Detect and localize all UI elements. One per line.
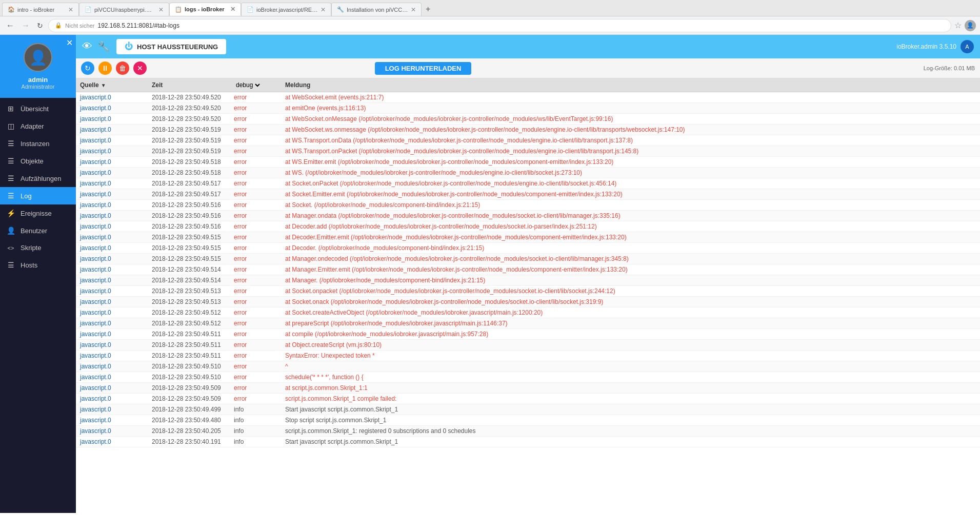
cell-time: 2018-12-28 23:50:49.516: [148, 211, 230, 221]
sort-source-icon[interactable]: ▼: [101, 83, 106, 88]
log-icon: ☰: [6, 192, 15, 200]
bookmark-icon[interactable]: ☆: [954, 20, 962, 30]
tab-close-icon[interactable]: ✕: [68, 6, 73, 13]
log-toolbar: ↻ ⏸ 🗑 ✕ LOG HERUNTERLADEN Log-Größe: 0.0…: [76, 58, 980, 78]
tab-readme[interactable]: 📄 ioBroker.javascript/README.md... ✕: [241, 3, 331, 16]
user-avatar-icon[interactable]: 👤: [965, 20, 976, 31]
cell-time: 2018-12-28 23:50:49.480: [148, 415, 230, 425]
table-row: javascript.0 2018-12-28 23:50:49.512 err…: [76, 318, 980, 329]
cell-message: at Object.createScript (vm.js:80:10): [281, 340, 980, 350]
reload-button[interactable]: ↻: [35, 20, 45, 31]
cell-level: error: [230, 211, 281, 221]
tab-install[interactable]: 🔧 Installation von piVCCU fehlges... ✕: [331, 3, 422, 16]
sidebar-item-label: Übersicht: [21, 105, 49, 113]
table-row: javascript.0 2018-12-28 23:50:49.517 err…: [76, 178, 980, 189]
top-bar-left: 👁 🔧 ⏻ HOST HAUSSTEUERUNG: [82, 39, 226, 54]
cell-message: at script.js.common.Skript_1:1: [281, 383, 980, 393]
table-row: javascript.0 2018-12-28 23:50:49.516 err…: [76, 211, 980, 221]
sidebar-item-ereignisse[interactable]: ⚡ Ereignisse: [0, 204, 76, 222]
sidebar-close-button[interactable]: ✕: [66, 38, 73, 48]
sidebar-item-skripte[interactable]: <> Skripte: [0, 239, 76, 256]
clear-button[interactable]: 🗑: [116, 61, 129, 75]
pause-button[interactable]: ⏸: [98, 61, 112, 75]
tab-intro[interactable]: 🏠 intro - ioBroker ✕: [2, 3, 79, 16]
cell-level: error: [230, 286, 281, 296]
sidebar-item-label: Ereignisse: [21, 210, 52, 217]
cell-level: error: [230, 125, 281, 135]
sidebar-item-benutzer[interactable]: 👤 Benutzer: [0, 222, 76, 239]
cell-message: schedule('* * * *', function () {: [281, 372, 980, 382]
sidebar-item-adapter[interactable]: ◫ Adapter: [0, 117, 76, 135]
col-source: Quelle ▼: [76, 78, 148, 92]
address-bar: ← → ↻ 🔒 Nicht sicher 192.168.5.211:8081/…: [0, 16, 980, 35]
adapter-icon: ◫: [6, 122, 15, 130]
log-size-label: Log-Größe: 0.01 MB: [924, 65, 975, 71]
cell-source: javascript.0: [76, 275, 148, 285]
cell-time: 2018-12-28 23:50:49.516: [148, 221, 230, 232]
cell-level: error: [230, 307, 281, 318]
tab-logs[interactable]: 📋 logs - ioBroker ✕: [169, 3, 241, 16]
sidebar-item-log[interactable]: ☰ Log: [0, 187, 76, 204]
cell-message: at WebSocket.emit (events.js:211:7): [281, 92, 980, 102]
tab-close-icon-5[interactable]: ✕: [411, 6, 416, 13]
delete-button[interactable]: ✕: [133, 61, 147, 75]
cell-message: at Manager. (/opt/iobroker/node_modules/…: [281, 275, 980, 285]
table-row: javascript.0 2018-12-28 23:50:49.518 err…: [76, 168, 980, 178]
tab-favicon-2: 📄: [85, 6, 92, 13]
address-input[interactable]: 🔒 Nicht sicher 192.168.5.211:8081/#tab-l…: [48, 19, 951, 32]
table-row: javascript.0 2018-12-28 23:50:49.510 err…: [76, 372, 980, 383]
top-bar: 👁 🔧 ⏻ HOST HAUSSTEUERUNG ioBroker.admin …: [76, 35, 980, 58]
refresh-button[interactable]: ↻: [81, 61, 94, 75]
level-select[interactable]: debug info warn error: [234, 81, 262, 89]
new-tab-button[interactable]: +: [422, 3, 434, 16]
sidebar-item-label: Adapter: [21, 122, 44, 130]
users-icon: 👤: [6, 226, 15, 235]
wrench-icon[interactable]: 🔧: [97, 40, 110, 53]
tab-close-icon-4[interactable]: ✕: [321, 6, 326, 13]
cell-level: error: [230, 221, 281, 232]
tab-pivccu[interactable]: 📄 piVCCU/raspberrypi.md at mast... ✕: [79, 3, 169, 16]
table-row: javascript.0 2018-12-28 23:50:49.513 err…: [76, 297, 980, 307]
cell-time: 2018-12-28 23:50:49.520: [148, 103, 230, 113]
sidebar-item-hosts[interactable]: ☰ Hosts: [0, 256, 76, 274]
cell-time: 2018-12-28 23:50:49.499: [148, 404, 230, 415]
cell-level: error: [230, 92, 281, 102]
table-row: javascript.0 2018-12-28 23:50:49.519 err…: [76, 125, 980, 135]
cell-message: at Socket.onpacket (/opt/iobroker/node_m…: [281, 286, 980, 296]
scripts-icon: <>: [6, 245, 15, 251]
cell-source: javascript.0: [76, 146, 148, 156]
cell-level: error: [230, 135, 281, 146]
sidebar-item-aufzahlungen[interactable]: ☰ Aufzählungen: [0, 170, 76, 187]
cell-level: error: [230, 340, 281, 350]
table-row: javascript.0 2018-12-28 23:50:40.191 inf…: [76, 437, 980, 447]
user-circle[interactable]: A: [961, 40, 974, 53]
forward-button[interactable]: →: [19, 20, 32, 31]
cell-level: error: [230, 351, 281, 361]
cell-source: javascript.0: [76, 135, 148, 146]
host-button[interactable]: ⏻ HOST HAUSSTEUERUNG: [116, 39, 226, 54]
cell-level: error: [230, 189, 281, 199]
cell-message: at Manager.ondecoded (/opt/iobroker/node…: [281, 254, 980, 264]
cell-level: info: [230, 404, 281, 415]
cell-source: javascript.0: [76, 394, 148, 404]
table-row: javascript.0 2018-12-28 23:50:49.510 err…: [76, 361, 980, 372]
cell-time: 2018-12-28 23:50:49.514: [148, 275, 230, 285]
table-row: javascript.0 2018-12-28 23:50:49.518 err…: [76, 157, 980, 168]
sidebar-item-instanzen[interactable]: ☰ Instanzen: [0, 135, 76, 152]
tab-close-icon-2[interactable]: ✕: [158, 6, 164, 13]
cell-level: error: [230, 275, 281, 285]
tab-label: intro - ioBroker: [17, 7, 54, 13]
sidebar-item-ubersicht[interactable]: ⊞ Übersicht: [0, 100, 76, 117]
table-row: javascript.0 2018-12-28 23:50:49.520 err…: [76, 103, 980, 114]
tab-close-icon-3[interactable]: ✕: [230, 6, 235, 13]
table-header: Quelle ▼ Zeit debug info warn error Meld…: [76, 78, 980, 92]
cell-time: 2018-12-28 23:50:49.510: [148, 361, 230, 372]
eye-icon[interactable]: 👁: [82, 40, 92, 53]
sidebar-item-objekte[interactable]: ☰ Objekte: [0, 152, 76, 170]
back-button[interactable]: ←: [4, 20, 16, 31]
col-message: Meldung: [281, 78, 980, 92]
cell-source: javascript.0: [76, 243, 148, 253]
download-log-button[interactable]: LOG HERUNTERLADEN: [375, 62, 472, 75]
cell-level: error: [230, 318, 281, 328]
cell-level: error: [230, 394, 281, 404]
